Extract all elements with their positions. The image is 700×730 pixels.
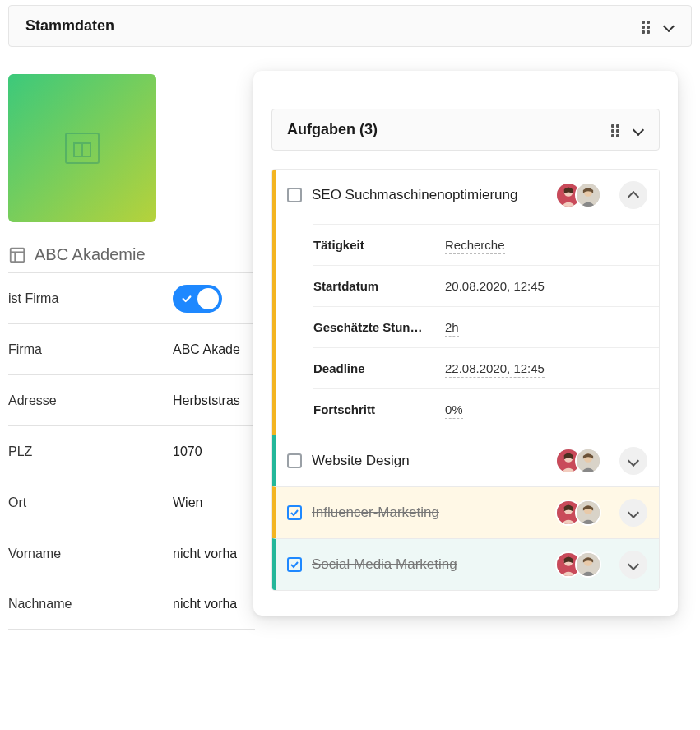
check-icon — [181, 293, 192, 305]
detail-row: Deadline 22.08.2020, 12:45 — [313, 347, 659, 388]
detail-value[interactable]: 20.08.2020, 12:45 — [445, 277, 545, 295]
detail-row: Startdatum 20.08.2020, 12:45 — [313, 265, 659, 306]
task-title: Social Media Marketing — [312, 556, 545, 573]
stammdaten-title: Stammdaten — [25, 17, 114, 35]
building-icon — [8, 246, 26, 264]
logo-icon — [63, 130, 102, 166]
field-value[interactable]: 1070 — [173, 444, 202, 459]
detail-label: Fortschritt — [313, 402, 445, 416]
task-expand-button[interactable] — [619, 447, 647, 475]
detail-value[interactable]: 22.08.2020, 12:45 — [445, 360, 545, 378]
task-expand-button[interactable] — [619, 181, 647, 209]
detail-row: Fortschritt 0% — [313, 388, 659, 430]
company-name: ABC Akademie — [35, 245, 146, 264]
field-value[interactable]: Wien — [173, 495, 202, 510]
field-vorname: Vorname nicht vorha — [8, 528, 255, 579]
task-item: Social Media Marketing — [272, 538, 659, 590]
task-title: Influencer-Marketing — [312, 504, 545, 521]
task-expand-button[interactable] — [619, 551, 647, 579]
drag-handle-icon[interactable] — [642, 21, 653, 32]
field-label: ist Firma — [8, 291, 173, 306]
task-avatars — [555, 551, 601, 578]
avatar[interactable] — [575, 500, 601, 526]
task-head[interactable]: Website Design — [276, 435, 659, 486]
task-avatars — [555, 500, 601, 526]
field-label: Vorname — [8, 546, 173, 561]
task-head[interactable]: SEO Suchmaschinenoptimierung — [276, 170, 659, 221]
company-name-row: ABC Akademie — [8, 245, 255, 264]
field-firma: Firma ABC Akade — [8, 323, 255, 374]
detail-label: Geschätzte Stun… — [313, 320, 445, 334]
stammdaten-header: Stammdaten — [8, 5, 692, 47]
company-fields: ist Firma Firma ABC Akade Adresse Herbst… — [8, 272, 255, 630]
toggle-knob — [197, 288, 219, 309]
tasks-header: Aufgaben (3) — [271, 109, 660, 151]
tasks-header-actions — [611, 124, 644, 136]
tasks-panel: Aufgaben (3) SEO Suchmaschinenoptimierun… — [253, 71, 678, 616]
field-ist-firma: ist Firma — [8, 272, 255, 323]
chevron-down-icon — [628, 559, 639, 570]
field-label: Firma — [8, 342, 173, 357]
field-value[interactable]: nicht vorha — [173, 597, 237, 611]
task-checkbox[interactable] — [287, 188, 302, 202]
task-expand-button[interactable] — [619, 499, 647, 527]
task-details: Tätigkeit Recherche Startdatum 20.08.202… — [276, 221, 659, 435]
field-label: Nachname — [8, 597, 173, 611]
task-title: Website Design — [312, 453, 545, 469]
field-nachname: Nachname nicht vorha — [8, 579, 255, 630]
task-checkbox[interactable] — [287, 557, 302, 572]
detail-value[interactable]: 0% — [445, 401, 463, 419]
task-title: SEO Suchmaschinenoptimierung — [312, 187, 545, 203]
detail-value[interactable]: 2h — [445, 319, 459, 337]
field-ort: Ort Wien — [8, 477, 255, 528]
field-plz: PLZ 1070 — [8, 425, 255, 477]
avatar[interactable] — [575, 551, 601, 578]
ist-firma-toggle[interactable] — [173, 285, 222, 313]
field-value[interactable]: ABC Akade — [173, 342, 240, 357]
task-checkbox[interactable] — [287, 505, 302, 520]
task-item: SEO Suchmaschinenoptimierung Tätigkeit R… — [272, 170, 659, 435]
company-logo — [8, 74, 156, 222]
task-avatars — [555, 448, 601, 474]
task-avatars — [555, 182, 601, 208]
collapse-toggle[interactable] — [663, 21, 675, 32]
field-label: Ort — [8, 495, 173, 510]
field-value[interactable]: nicht vorha — [173, 546, 237, 561]
stammdaten-panel: ABC Akademie ist Firma Firma ABC Akade A… — [8, 74, 255, 630]
detail-row: Geschätzte Stun… 2h — [313, 306, 659, 347]
avatar[interactable] — [575, 448, 601, 474]
field-label: PLZ — [8, 444, 173, 459]
chevron-down-icon — [628, 455, 639, 467]
tasks-title: Aufgaben (3) — [287, 121, 378, 138]
field-adresse: Adresse Herbststras — [8, 374, 255, 425]
task-list: SEO Suchmaschinenoptimierung Tätigkeit R… — [271, 169, 660, 591]
collapse-toggle[interactable] — [633, 124, 644, 136]
task-head[interactable]: Influencer-Marketing — [276, 487, 659, 538]
field-label: Adresse — [8, 393, 173, 408]
task-checkbox[interactable] — [287, 453, 302, 468]
detail-value[interactable]: Recherche — [445, 236, 505, 254]
task-head[interactable]: Social Media Marketing — [276, 539, 659, 590]
stammdaten-header-actions — [642, 21, 675, 32]
detail-label: Tätigkeit — [313, 238, 445, 252]
field-value[interactable]: Herbststras — [173, 393, 240, 408]
detail-label: Deadline — [313, 361, 445, 375]
task-item: Website Design — [272, 435, 659, 486]
chevron-down-icon — [628, 507, 639, 518]
svg-rect-3 — [11, 248, 25, 262]
drag-handle-icon[interactable] — [611, 124, 623, 136]
task-item: Influencer-Marketing — [272, 486, 659, 538]
detail-label: Startdatum — [313, 279, 445, 293]
detail-row: Tätigkeit Recherche — [313, 224, 659, 265]
avatar[interactable] — [575, 182, 601, 208]
chevron-up-icon — [628, 189, 639, 201]
